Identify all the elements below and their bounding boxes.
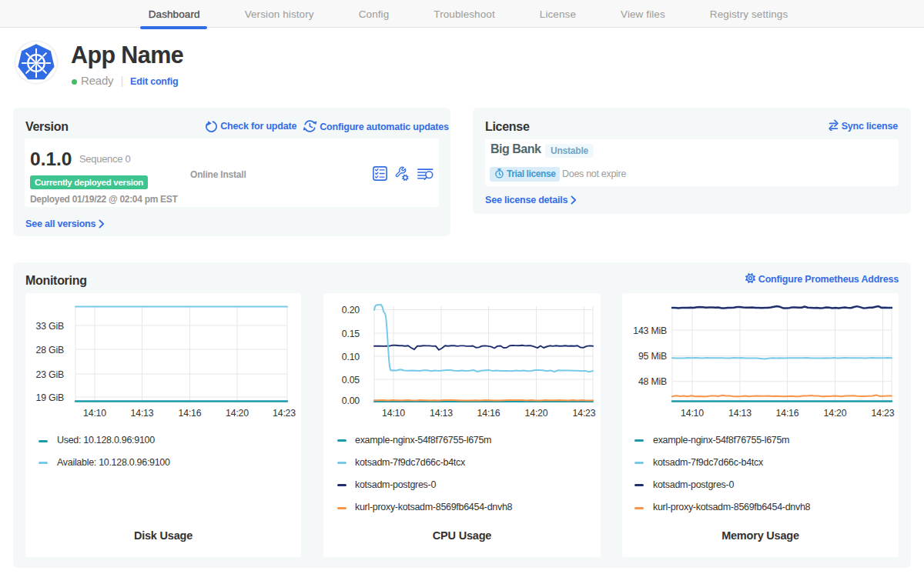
svg-text:14:10: 14:10 xyxy=(681,408,704,419)
svg-text:14:20: 14:20 xyxy=(226,408,249,419)
svg-text:14:16: 14:16 xyxy=(179,408,202,419)
svg-text:0.00: 0.00 xyxy=(342,395,360,406)
svg-text:28 GiB: 28 GiB xyxy=(36,345,64,355)
svg-text:14:16: 14:16 xyxy=(776,408,799,419)
svg-text:0.05: 0.05 xyxy=(342,375,360,385)
svg-text:143 MiB: 143 MiB xyxy=(633,325,667,336)
svg-text:0.10: 0.10 xyxy=(342,352,360,362)
svg-text:14:13: 14:13 xyxy=(430,408,453,419)
svg-text:14:23: 14:23 xyxy=(573,408,596,419)
svg-text:0.15: 0.15 xyxy=(342,329,360,339)
svg-text:19 GiB: 19 GiB xyxy=(36,392,64,403)
svg-text:14:13: 14:13 xyxy=(131,408,154,419)
svg-text:95 MiB: 95 MiB xyxy=(638,351,667,362)
svg-text:14:10: 14:10 xyxy=(382,408,405,419)
svg-text:14:10: 14:10 xyxy=(83,408,106,419)
svg-text:14:20: 14:20 xyxy=(824,408,847,419)
svg-text:48 MiB: 48 MiB xyxy=(638,376,667,387)
svg-text:14:20: 14:20 xyxy=(525,408,548,419)
svg-text:33 GiB: 33 GiB xyxy=(36,321,64,332)
svg-text:14:23: 14:23 xyxy=(273,408,296,419)
svg-text:0.20: 0.20 xyxy=(342,305,360,315)
svg-text:23 GiB: 23 GiB xyxy=(36,369,64,380)
svg-text:14:23: 14:23 xyxy=(872,408,895,419)
svg-text:14:13: 14:13 xyxy=(728,408,752,419)
svg-text:14:16: 14:16 xyxy=(477,408,500,419)
